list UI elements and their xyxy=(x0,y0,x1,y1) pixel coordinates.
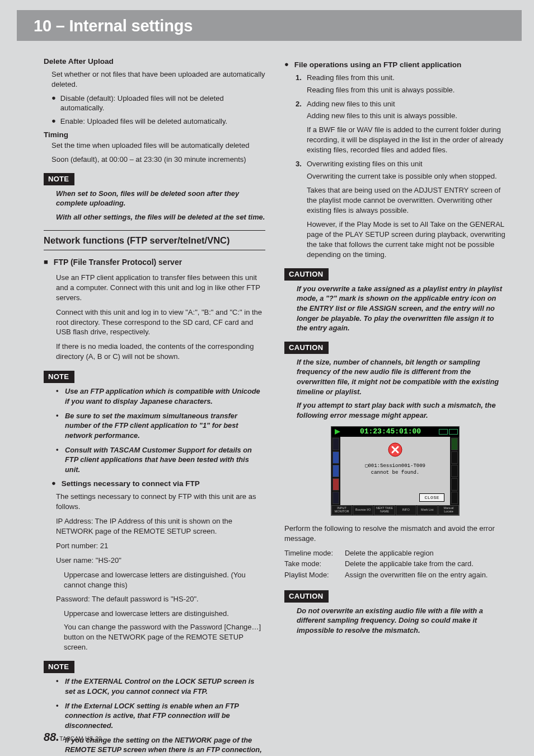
btn-bounce[interactable]: Bounce I/O xyxy=(353,505,373,515)
note-item: •Be sure to set the maximum simultaneous… xyxy=(44,411,265,441)
table-row: Take mode: Delete the applicable take fr… xyxy=(284,559,506,569)
resolve-lead: Perform the following to resolve the mis… xyxy=(284,524,506,544)
body-text: The settings necessary to connect by FTP… xyxy=(44,492,265,512)
bullet-icon: ● xyxy=(284,60,289,71)
caution-text: If you overwrite a take assigned as a pl… xyxy=(284,284,506,333)
error-panel: ▢001:Session001-T009 cannot be found. CL… xyxy=(340,437,450,505)
device-screenshot: 01:23:45:01:00 xyxy=(331,426,460,516)
enable-option: Enable: Uploaded files will be deleted a… xyxy=(60,116,265,127)
list-item: ● Disable (default): Uploaded files will… xyxy=(44,94,265,114)
settings-heading: ● Settings necessary to connect via FTP xyxy=(44,479,265,489)
dot-icon: • xyxy=(56,386,59,406)
bullet-icon: ● xyxy=(51,479,56,489)
mode-label: Take mode: xyxy=(284,559,339,569)
left-column: Delete After Upload Set whether or not f… xyxy=(44,57,265,756)
dot-icon: • xyxy=(56,676,59,696)
dot-icon: • xyxy=(56,701,59,731)
page-number: 88 xyxy=(44,731,56,744)
dot-icon: • xyxy=(56,411,59,441)
mode-action: Delete the applicable region xyxy=(345,548,506,558)
mode-label: Playlist Mode: xyxy=(284,570,339,580)
table-row: Timeline mode: Delete the applicable reg… xyxy=(284,548,506,558)
body-text: Connect with this unit and log in to vie… xyxy=(44,307,265,338)
body-text: If there is no media loaded, the content… xyxy=(44,342,265,362)
dot-icon: • xyxy=(56,445,59,475)
user-note-text: Uppercase and lowercase letters are dist… xyxy=(44,570,265,590)
page-footer: 88 TASCAM HS-20 xyxy=(44,731,102,744)
note-text: Use an FTP application which is compatib… xyxy=(65,386,265,406)
mode-label: Timeline mode: xyxy=(284,548,339,558)
file-ops-heading-text: File operations using an FTP client appl… xyxy=(294,60,506,71)
list-item: ● Enable: Uploaded files will be deleted… xyxy=(44,116,265,127)
note-label: NOTE xyxy=(44,661,74,673)
numbered-item: 1. Reading files from this unit. xyxy=(284,73,506,83)
number-2: 2. xyxy=(296,99,303,109)
btn-mark-list[interactable]: Mark List xyxy=(417,505,438,515)
mode-action: Delete the applicable take from the card… xyxy=(345,559,506,569)
ftp-heading-text: FTP (File Transfer Protocol) server xyxy=(54,257,182,268)
password-note-text: Uppercase and lowercase letters are dist… xyxy=(44,609,265,619)
number-1: 1. xyxy=(296,73,303,83)
op1-head: Reading files from this unit. xyxy=(307,73,506,83)
timing-heading: Timing xyxy=(44,130,265,141)
body-text: However, if the Play Mode is set to All … xyxy=(284,220,506,260)
caution-text: Do not overwrite an existing audio file … xyxy=(284,606,506,636)
note-item: •Consult with TASCAM Customer Support fo… xyxy=(44,445,265,475)
note-text: Consult with TASCAM Customer Support for… xyxy=(65,445,265,475)
ip-address-text: IP Address: The IP Address of this unit … xyxy=(44,516,265,536)
mode-action: Assign the overwritten file on the entry… xyxy=(345,570,506,580)
body-text: Adding new files to this unit is always … xyxy=(284,111,506,121)
password-text: Password: The default password is "HS-20… xyxy=(44,594,265,604)
table-row: Playlist Mode: Assign the overwritten fi… xyxy=(284,570,506,580)
btn-info[interactable]: INFO xyxy=(396,505,416,515)
right-sidebar xyxy=(450,437,459,505)
note-text: If the EXTERNAL Control on the LOCK SETU… xyxy=(65,676,265,696)
bullet-icon: ● xyxy=(51,94,56,114)
numbered-item: 2. Adding new files to this unit xyxy=(284,99,506,109)
delete-after-upload-heading: Delete After Upload xyxy=(44,57,265,67)
timecode-display: 01:23:45:01:00 xyxy=(342,427,439,437)
error-icon xyxy=(388,442,402,457)
resolve-table: Timeline mode: Delete the applicable reg… xyxy=(284,548,506,580)
square-icon: ■ xyxy=(44,257,48,268)
caution-text: If the size, number of channels, bit len… xyxy=(284,357,506,397)
delete-after-upload-desc: Set whether or not files that have been … xyxy=(44,69,265,90)
model-name: TASCAM HS-20 xyxy=(59,736,102,742)
left-sidebar xyxy=(331,437,340,505)
caution-text: If you attempt to start play back with s… xyxy=(284,400,506,420)
play-icon xyxy=(333,428,342,436)
caution-label: CAUTION xyxy=(284,268,329,281)
password-change-text: You can change the password with the Pas… xyxy=(44,622,265,652)
screenshot-wrap: 01:23:45:01:00 xyxy=(284,426,506,516)
columns: Delete After Upload Set whether or not f… xyxy=(17,57,522,756)
note-label: NOTE xyxy=(44,173,74,185)
btn-manual-locate[interactable]: Manual Locate xyxy=(438,505,459,515)
port-number-text: Port number: 21 xyxy=(44,541,265,551)
right-column: ● File operations using an FTP client ap… xyxy=(284,57,506,756)
timing-desc: Set the time when uploaded files will be… xyxy=(44,141,265,151)
body-text: Reading files from this unit is always p… xyxy=(284,85,506,95)
note-item: •Use an FTP application which is compati… xyxy=(44,386,265,406)
note-label: NOTE xyxy=(44,371,74,383)
note-text: Be sure to set the maximum simultaneous … xyxy=(65,411,265,441)
note-item: •If the External LOCK setting is enable … xyxy=(44,701,265,731)
body-text: Use an FTP client application to transfe… xyxy=(44,273,265,303)
ftp-server-heading: ■ FTP (File Transfer Protocol) server xyxy=(44,257,265,268)
numbered-item: 3. Overwriting existing files on this un… xyxy=(284,159,506,169)
disable-option: Disable (default): Uploaded files will n… xyxy=(60,94,265,114)
op3-head: Overwriting existing files on this unit xyxy=(307,159,506,169)
note-text: If the External LOCK setting is enable w… xyxy=(65,701,265,731)
network-functions-heading: Network functions (FTP server/telnet/VNC… xyxy=(44,230,265,251)
status-badges xyxy=(439,429,459,435)
bullet-icon: ● xyxy=(51,116,56,127)
body-text: If a BWF file or WAV file is added to th… xyxy=(284,125,506,155)
caution-label: CAUTION xyxy=(284,590,329,603)
btn-input-monitor[interactable]: INPUT MONITOR xyxy=(331,505,352,515)
note-text: With all other settings, the files will … xyxy=(44,212,265,222)
body-text: Takes that are being used on the ADJUST … xyxy=(284,185,506,216)
file-ops-heading: ● File operations using an FTP client ap… xyxy=(284,60,506,71)
note-text: When set to Soon, files will be deleted … xyxy=(44,189,265,208)
btn-next-take[interactable]: NEXT TAKE NAME xyxy=(374,505,395,515)
op2-head: Adding new files to this unit xyxy=(307,99,506,109)
close-button[interactable]: CLOSE xyxy=(419,493,444,502)
